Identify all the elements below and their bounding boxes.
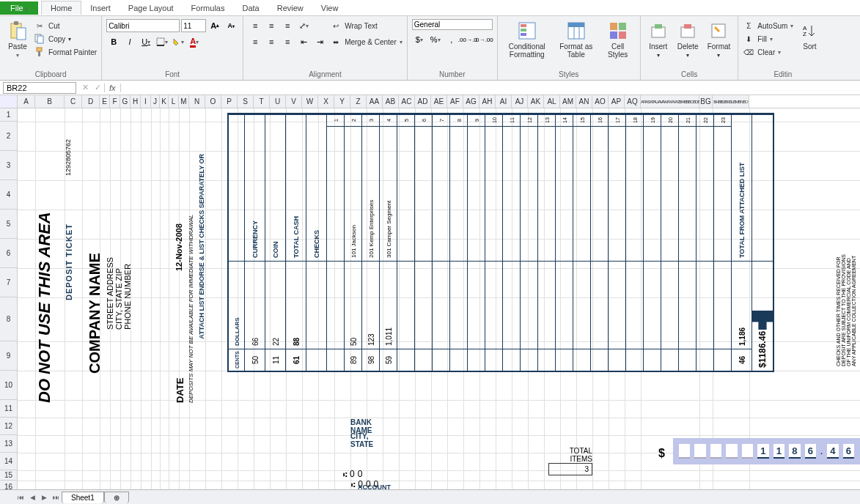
row-header[interactable]: 2 xyxy=(0,122,18,151)
row-header[interactable]: 7 xyxy=(0,268,18,297)
fill-color-button[interactable] xyxy=(171,35,185,48)
col-header[interactable]: I xyxy=(141,95,151,108)
col-header[interactable]: AN xyxy=(576,95,592,108)
bold-button[interactable]: B xyxy=(106,35,121,48)
col-header[interactable]: BHBIBJBKBLBMBNBO xyxy=(713,95,749,108)
tab-insert[interactable]: Insert xyxy=(81,1,120,15)
sort-filter-button[interactable]: AZSort xyxy=(796,19,823,52)
col-header[interactable]: U xyxy=(270,95,286,108)
align-bottom-button[interactable]: ≡ xyxy=(280,19,295,32)
autosum-button[interactable]: ΣAutoSum xyxy=(743,19,793,32)
row-header[interactable]: 15 xyxy=(0,470,18,481)
merge-center-button[interactable]: ⬌Merge & Center xyxy=(330,35,403,48)
cell-styles-button[interactable]: Cell Styles xyxy=(600,19,636,60)
col-header[interactable]: N xyxy=(189,95,205,108)
format-button[interactable]: Format▾ xyxy=(705,19,734,60)
indent-increase-button[interactable]: ⇥ xyxy=(312,35,327,48)
italic-button[interactable]: I xyxy=(122,35,137,48)
indent-decrease-button[interactable]: ⇤ xyxy=(296,35,311,48)
row-header[interactable]: 12 xyxy=(0,418,18,435)
col-header[interactable]: Y xyxy=(334,95,350,108)
col-header[interactable]: E xyxy=(100,95,110,108)
row-header[interactable]: 14 xyxy=(0,453,18,470)
formula-bar[interactable] xyxy=(121,87,860,89)
row-header[interactable]: 1 xyxy=(0,108,18,122)
align-center-button[interactable]: ≡ xyxy=(264,35,279,48)
tab-review[interactable]: Review xyxy=(268,1,312,15)
col-header[interactable]: AF xyxy=(447,95,463,108)
percent-button[interactable]: % xyxy=(428,33,443,46)
col-header[interactable]: S xyxy=(238,95,254,108)
currency-button[interactable]: $ xyxy=(412,33,427,46)
format-as-table-button[interactable]: Format as Table xyxy=(555,19,598,60)
orientation-button[interactable]: ⤢ xyxy=(296,19,311,32)
cut-button[interactable]: ✂Cut xyxy=(34,19,97,32)
paste-button[interactable]: Paste ▾ xyxy=(4,19,31,60)
select-all-corner[interactable] xyxy=(0,95,18,108)
comma-button[interactable]: , xyxy=(444,33,459,46)
col-header[interactable]: AB xyxy=(383,95,399,108)
col-header[interactable]: AA xyxy=(367,95,383,108)
fx-icon[interactable]: fx xyxy=(104,84,121,92)
col-header[interactable]: P xyxy=(221,95,238,108)
col-header[interactable]: Z xyxy=(350,95,367,108)
tab-formulas[interactable]: Formulas xyxy=(183,1,234,15)
col-header[interactable]: AO xyxy=(592,95,609,108)
col-header[interactable]: AL xyxy=(544,95,560,108)
col-header[interactable]: AD xyxy=(415,95,431,108)
border-button[interactable] xyxy=(155,35,169,48)
tab-data[interactable]: Data xyxy=(233,1,268,15)
row-header[interactable]: 11 xyxy=(0,400,18,418)
col-header[interactable]: O xyxy=(205,95,221,108)
col-header[interactable]: AP xyxy=(609,95,625,108)
grow-font-button[interactable]: A▴ xyxy=(207,19,222,32)
sheet-tab-1[interactable]: Sheet1 xyxy=(62,492,104,503)
underline-button[interactable]: U xyxy=(139,35,153,48)
tab-nav-first[interactable]: ⏮ xyxy=(15,494,26,501)
file-tab[interactable]: File xyxy=(0,1,38,15)
font-size-select[interactable] xyxy=(181,19,206,32)
col-header[interactable]: BG xyxy=(699,95,713,108)
col-header[interactable]: ARASATAUAVAWAXAYAZBABBBCBDBEBF xyxy=(641,95,699,108)
wrap-text-button[interactable]: ↩Wrap Text xyxy=(330,19,403,32)
col-header[interactable]: F xyxy=(110,95,120,108)
tab-home[interactable]: Home xyxy=(41,1,81,15)
insert-button[interactable]: Insert▾ xyxy=(645,19,672,60)
shrink-font-button[interactable]: A▾ xyxy=(224,19,238,32)
tab-nav-next[interactable]: ▶ xyxy=(38,494,50,501)
col-header[interactable]: AJ xyxy=(512,95,528,108)
increase-decimal-button[interactable]: .00→.0 xyxy=(460,33,475,46)
tab-page-layout[interactable]: Page Layout xyxy=(120,1,183,15)
col-header[interactable]: K xyxy=(160,95,169,108)
col-header[interactable]: AI xyxy=(496,95,512,108)
col-header[interactable]: T xyxy=(254,95,270,108)
tab-nav-prev[interactable]: ◀ xyxy=(26,494,38,501)
font-name-select[interactable] xyxy=(106,19,180,32)
col-header[interactable]: L xyxy=(169,95,179,108)
col-header[interactable]: V xyxy=(286,95,302,108)
align-top-button[interactable]: ≡ xyxy=(248,19,262,32)
row-header[interactable]: 9 xyxy=(0,341,18,371)
row-header[interactable]: 6 xyxy=(0,239,18,268)
col-header[interactable]: AH xyxy=(479,95,496,108)
col-header[interactable]: H xyxy=(131,95,141,108)
row-header[interactable]: 8 xyxy=(0,297,18,341)
col-header[interactable]: W xyxy=(302,95,318,108)
row-header[interactable]: 4 xyxy=(0,180,18,210)
col-header[interactable]: AK xyxy=(528,95,544,108)
row-header[interactable]: 5 xyxy=(0,210,18,239)
col-header[interactable]: AE xyxy=(431,95,447,108)
col-header[interactable]: AM xyxy=(560,95,576,108)
row-header[interactable]: 10 xyxy=(0,371,18,400)
tab-view[interactable]: View xyxy=(312,1,348,15)
col-header[interactable]: AQ xyxy=(625,95,641,108)
align-left-button[interactable]: ≡ xyxy=(248,35,262,48)
align-middle-button[interactable]: ≡ xyxy=(264,19,279,32)
new-sheet-button[interactable]: ⊕ xyxy=(104,492,129,503)
col-header[interactable]: M xyxy=(179,95,189,108)
col-header[interactable]: AC xyxy=(399,95,415,108)
tab-nav-last[interactable]: ⏭ xyxy=(50,494,62,501)
col-header[interactable]: AG xyxy=(463,95,479,108)
delete-button[interactable]: Delete▾ xyxy=(675,19,702,60)
row-header[interactable]: 3 xyxy=(0,151,18,180)
